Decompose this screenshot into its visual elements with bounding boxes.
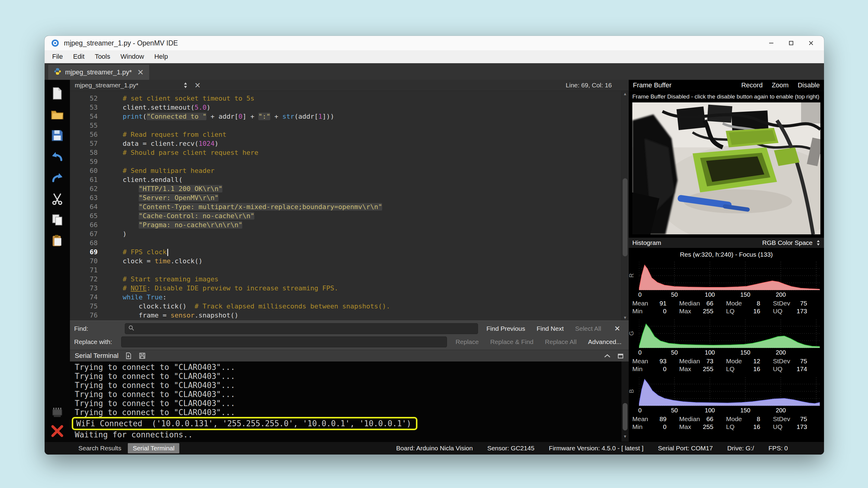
terminal-line: Trying to connect to "CLARO403"...	[75, 399, 620, 408]
status-item: Board: Arduino Nicla Vision	[396, 445, 473, 452]
statusbar-tab-search-results[interactable]: Search Results	[73, 443, 126, 453]
find-previous-button[interactable]: Find Previous	[484, 324, 528, 333]
menu-file[interactable]: File	[47, 53, 68, 61]
log-to-file-icon[interactable]	[124, 352, 132, 360]
frame-buffer-header: Frame Buffer Record Zoom Disable	[629, 80, 824, 91]
stat-value: 75	[800, 358, 807, 365]
copy-icon[interactable]	[50, 213, 64, 227]
line-number: 56	[70, 130, 98, 139]
line-number: 72	[70, 275, 98, 284]
stat-label: LQ	[726, 307, 735, 315]
float-panel-icon[interactable]	[617, 352, 624, 359]
scroll-up-icon[interactable]: ▲	[621, 92, 629, 96]
stat-label: Median	[679, 415, 700, 423]
replace-label: Replace with:	[74, 338, 116, 346]
terminal-scroll-down-icon[interactable]: ▼	[621, 432, 629, 441]
histogram-stats: Mean91Median66Mode8StDev75Min0Max255LQ16…	[632, 298, 820, 317]
stat-label: Max	[679, 365, 691, 372]
desktop: mjpeg_streamer_1.py - OpenMV IDE FileEdi…	[0, 0, 868, 488]
advanced-button[interactable]: Advanced...	[585, 337, 624, 347]
replace-all-button[interactable]: Replace All	[542, 337, 580, 347]
maximize-button[interactable]	[781, 36, 801, 50]
statusbar-tab-serial-terminal[interactable]: Serial Terminal	[128, 443, 179, 453]
line-number: 75	[70, 302, 98, 311]
code-editor[interactable]: 5253545556575859606162636465666768697071…	[70, 91, 629, 321]
cursor-position: Line: 69, Col: 16	[566, 82, 612, 89]
stat-label: Min	[632, 423, 643, 430]
cut-icon[interactable]	[50, 192, 64, 206]
find-next-button[interactable]: Find Next	[533, 324, 567, 333]
colorspace-dropdown[interactable]: RGB Color Space	[762, 239, 820, 247]
redo-icon[interactable]	[50, 171, 64, 185]
terminal-line: WiFi Connected ('10.0.0.131', '255.255.2…	[75, 417, 620, 430]
find-close-icon[interactable]: ✕	[610, 324, 624, 333]
histogram-title: Histogram	[632, 239, 661, 247]
replace-input[interactable]	[121, 336, 447, 347]
paste-icon[interactable]	[50, 234, 64, 248]
stat-label: StDev	[773, 358, 790, 365]
stat-value: 93	[659, 358, 666, 365]
menu-tools[interactable]: Tools	[90, 53, 115, 61]
collapse-panel-icon[interactable]	[604, 354, 611, 358]
line-number: 70	[70, 257, 98, 266]
editor-scroll-thumb[interactable]	[623, 178, 627, 256]
disconnect-icon[interactable]	[50, 424, 64, 438]
tab-close-icon[interactable]: ✕	[137, 68, 144, 77]
code-line: "Pragma: no-cache\r\n\r\n"	[107, 221, 621, 230]
histogram-chart	[639, 319, 820, 349]
replace-and-find-button[interactable]: Replace & Find	[487, 337, 536, 347]
line-number: 59	[70, 157, 98, 166]
toolbar	[44, 80, 70, 442]
save-log-icon[interactable]	[138, 352, 146, 360]
document-close-icon[interactable]: ✕	[194, 81, 201, 90]
stat-label: Min	[632, 307, 643, 315]
terminal-scroll-thumb[interactable]	[623, 403, 627, 430]
editor-scrollbar[interactable]: ▲ ▼	[621, 91, 629, 321]
terminal-scrollbar[interactable]: ▼	[621, 361, 629, 442]
title-bar[interactable]: mjpeg_streamer_1.py - OpenMV IDE	[44, 36, 824, 50]
code-line: cframe = frame.compressed(quality=35)	[107, 320, 621, 321]
record-button[interactable]: Record	[741, 82, 763, 89]
open-file-icon[interactable]	[50, 107, 64, 121]
channel-axis-label: G	[628, 330, 635, 337]
scroll-down-icon[interactable]: ▼	[621, 315, 629, 320]
line-number: 71	[70, 266, 98, 275]
close-button[interactable]	[801, 36, 821, 50]
stat-value: 73	[707, 358, 713, 365]
menu-help[interactable]: Help	[149, 53, 173, 61]
disable-button[interactable]: Disable	[798, 82, 820, 89]
undo-icon[interactable]	[50, 150, 64, 164]
histogram-x-ticks: 050100150200	[639, 291, 820, 298]
connect-icon[interactable]	[50, 405, 64, 419]
tab-mjpeg-streamer[interactable]: mjpeg_streamer_1.py* ✕	[48, 65, 149, 80]
code-line: "HTTP/1.1 200 OK\r\n"	[107, 184, 621, 193]
zoom-button[interactable]: Zoom	[772, 82, 788, 89]
save-file-icon[interactable]	[50, 129, 64, 142]
menu-window[interactable]: Window	[116, 53, 149, 61]
select-all-button[interactable]: Select All	[572, 324, 604, 333]
minimize-button[interactable]	[761, 36, 781, 50]
histogram-channel-r: R050100150200Mean91Median66Mode8StDev75M…	[629, 259, 824, 317]
window-title: mjpeg_streamer_1.py - OpenMV IDE	[64, 39, 178, 47]
stat-label: Mean	[632, 300, 648, 307]
code-area[interactable]: # set client socket timeout to 5s client…	[104, 91, 621, 321]
stat-label: Max	[679, 307, 691, 315]
resolution-info: Res (w:320, h:240) - Focus (133)	[629, 248, 824, 259]
new-file-icon[interactable]	[50, 87, 64, 100]
code-line: # set client socket timeout to 5s	[107, 94, 621, 103]
stat-value: 91	[659, 300, 666, 307]
line-numbers: 5253545556575859606162636465666768697071…	[70, 91, 104, 321]
document-selector[interactable]: mjpeg_streamer_1.py*	[75, 82, 183, 89]
document-dropdown-icon[interactable]	[183, 82, 188, 89]
line-number: 66	[70, 221, 98, 230]
line-number: 73	[70, 284, 98, 293]
stat-value: 255	[703, 423, 713, 430]
replace-button[interactable]: Replace	[453, 337, 482, 347]
code-line: # Start streaming images	[107, 275, 621, 284]
serial-terminal[interactable]: Trying to connect to "CLARO403"...Trying…	[70, 361, 629, 442]
openmv-ide-window: mjpeg_streamer_1.py - OpenMV IDE FileEdi…	[44, 36, 824, 455]
menu-edit[interactable]: Edit	[68, 53, 90, 61]
histogram-channel-g: G050100150200Mean93Median73Mode12StDev75…	[629, 317, 824, 375]
frame-buffer-title: Frame Buffer	[633, 82, 672, 89]
find-input[interactable]	[125, 323, 478, 334]
